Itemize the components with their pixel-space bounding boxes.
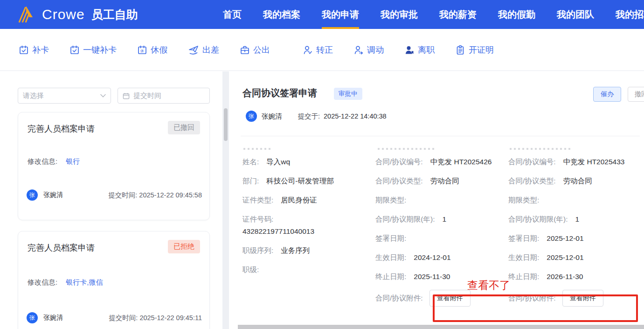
modified-field-link[interactable]: 银行卡,微信 (66, 278, 103, 286)
detail-row: 生效日期:2024-12-01 (375, 252, 502, 264)
action-transfer[interactable]: 调动 (353, 44, 384, 56)
submitted-at-time: 2025-12-22 14:40:38 (324, 112, 387, 120)
briefcase-icon (240, 45, 250, 55)
action-open-certificate[interactable]: 开证明 (455, 44, 494, 56)
submitter-name: 张婉清 (43, 191, 63, 199)
detail-row: 证件类型:居民身份证 (242, 194, 367, 206)
detail-row: 生效日期:2025-12-01 (508, 252, 641, 264)
brand: Crowe 员工自助 (16, 5, 138, 24)
view-attachment-button[interactable]: 查看附件 (562, 290, 603, 307)
paper-plane-icon (188, 45, 199, 55)
action-official-out[interactable]: 公出 (240, 44, 270, 56)
nav-my-salary[interactable]: 我的薪资 (439, 0, 477, 29)
view-attachment-button[interactable]: 查看附件 (429, 290, 471, 307)
person-leave-icon (404, 45, 415, 55)
select-placeholder: 请选择 (23, 91, 100, 100)
approval-status-badge: 审批中 (334, 88, 362, 100)
action-business-trip[interactable]: 出差 (188, 44, 219, 56)
detail-row: 合同/协议期限(年):1 (375, 213, 502, 225)
submit-time: 提交时间: 2025-12-22 09:45:11 (109, 314, 202, 322)
sidebar-scrollbar-thumb[interactable] (224, 108, 228, 141)
field-label: 修改信息: (28, 278, 57, 286)
action-vacation[interactable]: 休 休假 (137, 44, 167, 56)
detail-row: 终止日期:2026-11-30 (508, 271, 641, 283)
detail-row: 职级序列:业务序列 (242, 245, 367, 257)
action-card-reissue[interactable]: 补卡 (19, 44, 49, 56)
status-badge: 已撤回 (168, 121, 200, 134)
svg-text:休: 休 (140, 49, 144, 53)
withdraw-button[interactable]: 撤回 (628, 87, 644, 102)
submitter-name: 张婉清 (262, 112, 282, 121)
clipped-section-header (510, 148, 570, 150)
nav-my-team[interactable]: 我的团队 (557, 0, 594, 29)
action-confirmation[interactable]: 转正 (303, 44, 333, 56)
action-label: 公出 (253, 44, 270, 56)
card-title: 完善人员档案申请 (28, 242, 95, 253)
attachment-row: 合同/协议附件: 查看附件 (508, 290, 641, 307)
detail-row: 职级: (242, 264, 367, 276)
action-label: 出差 (202, 44, 219, 56)
detail-row: 证件号码:432822197711040013 (242, 213, 367, 238)
date-placeholder: 提交时间 (133, 91, 161, 100)
nav-my-leave[interactable]: 我的假勤 (498, 0, 535, 29)
nav-home[interactable]: 首页 (223, 0, 242, 29)
main-nav: 首页 我的档案 我的申请 我的审批 我的薪资 我的假勤 我的团队 我的招聘 (223, 0, 644, 29)
avatar: 张 (27, 312, 38, 323)
action-resignation[interactable]: 离职 (404, 44, 435, 56)
calendar-icon (123, 92, 130, 99)
crowe-mountain-icon (16, 5, 36, 24)
detail-row: 签署日期:2025-12-01 (508, 232, 641, 245)
action-label: 调动 (367, 44, 384, 56)
submit-time-filter[interactable]: 提交时间 (118, 88, 210, 104)
action-one-key-reissue[interactable]: 一键补卡 (69, 44, 117, 56)
app-header: Crowe 员工自助 首页 我的档案 我的申请 我的审批 我的薪资 我的假勤 我… (0, 0, 644, 29)
main-horizontal-scrollbar-thumb[interactable] (238, 325, 644, 329)
person-info-column: 姓名:导入wq 部门:科技公司-研发管理部 证件类型:居民身份证 证件号码:43… (242, 156, 367, 283)
clipped-section-header (243, 148, 272, 150)
action-label: 休假 (151, 44, 167, 56)
submitted-at-label: 提交于: (298, 112, 320, 121)
detail-row: 期限类型: (508, 194, 641, 206)
urge-button[interactable]: 催办 (593, 87, 621, 102)
detail-row: 合同/协议编号:中竞发 HT2025426 (375, 156, 502, 168)
calendar-check-icon (19, 45, 29, 55)
detail-row: 签署日期: (375, 232, 502, 245)
nav-my-recruiting[interactable]: 我的招聘 (616, 0, 644, 29)
chevron-down-icon (100, 94, 106, 98)
modified-field-link[interactable]: 银行 (66, 157, 80, 165)
status-badge: 已拒绝 (168, 240, 200, 253)
submitter-row: 张 张婉清 提交于: 2025-12-22 14:40:38 (246, 111, 387, 122)
person-arrow-icon (353, 45, 364, 55)
page-title: 合同协议签署申请 (242, 87, 317, 99)
avatar: 张 (27, 189, 38, 201)
card-modified-info: 修改信息: 银行 (28, 157, 80, 166)
nav-my-archive[interactable]: 我的档案 (263, 0, 300, 29)
calendar-check-icon (69, 45, 80, 55)
nav-my-applications[interactable]: 我的申请 (322, 0, 359, 29)
card-title: 完善人员档案申请 (28, 123, 95, 134)
detail-row: 合同/协议期限(年):1 (508, 213, 641, 225)
field-label: 修改信息: (28, 157, 57, 165)
annotation-text: 查看不了 (467, 278, 510, 293)
detail-row: 合同/协议类型:劳动合同 (375, 175, 502, 187)
employee-self-service-screen: Crowe 员工自助 首页 我的档案 我的申请 我的审批 我的薪资 我的假勤 我… (0, 0, 644, 329)
action-label: 一键补卡 (83, 44, 117, 56)
section-divider (241, 136, 640, 136)
submit-time: 提交时间: 2025-12-22 09:45:58 (108, 191, 202, 200)
application-card-withdrawn[interactable]: 完善人员档案申请 已撤回 修改信息: 银行 张 张婉清 提交时间: 2025-1… (18, 112, 210, 220)
detail-row: 合同/协议编号:中竞发 HT2025433 (508, 156, 641, 168)
avatar: 张 (246, 111, 257, 122)
action-label: 转正 (316, 44, 333, 56)
status-filter-select[interactable]: 请选择 (18, 88, 111, 104)
detail-row: 合同/协议类型:劳动合同 (508, 175, 641, 187)
detail-row: 期限类型: (375, 194, 502, 206)
application-card-rejected[interactable]: 完善人员档案申请 已拒绝 修改信息: 银行卡,微信 张 张婉清 提交时间: 20… (18, 231, 210, 329)
person-check-icon (303, 45, 313, 55)
certificate-icon (455, 45, 465, 55)
calendar-rest-icon: 休 (137, 45, 147, 55)
detail-row: 姓名:导入wq (242, 156, 367, 168)
nav-my-approvals[interactable]: 我的审批 (381, 0, 418, 29)
submitter-name: 张婉清 (43, 314, 63, 322)
card-modified-info: 修改信息: 银行卡,微信 (28, 278, 103, 287)
brand-product: 员工自助 (91, 7, 138, 22)
